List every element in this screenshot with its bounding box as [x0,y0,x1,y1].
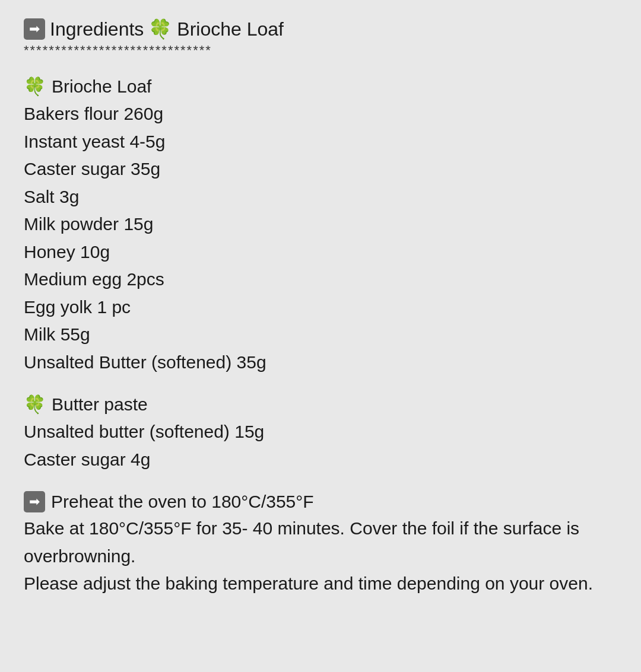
list-item: Instant yeast 4-5g [24,128,617,156]
header-subtitle: Brioche Loaf [177,18,284,40]
list-item: Medium egg 2pcs [24,266,617,294]
butter-section: 🍀 Butter paste Unsalted butter (softened… [24,394,617,473]
preheat-text: Preheat the oven to 180°C/355°F [51,492,314,512]
page-header: Ingredients 🍀 Brioche Loaf [24,18,617,40]
list-item: Caster sugar 4g [24,446,617,474]
list-item: Egg yolk 1 pc [24,294,617,321]
bake-text: Bake at 180°C/355°F for 35- 40 minutes. … [24,515,617,570]
header-emoji: 🍀 [148,18,172,40]
butter-section-title: 🍀 Butter paste [24,394,617,415]
list-item: Honey 10g [24,238,617,266]
list-item: Caster sugar 35g [24,155,617,183]
butter-title-text: Butter paste [52,394,148,415]
brioche-section: 🍀 Brioche Loaf Bakers flour 260g Instant… [24,76,617,376]
list-item: Milk 55g [24,321,617,349]
clover-icon-butter: 🍀 [24,394,46,415]
adjust-text: Please adjust the baking temperature and… [24,570,617,598]
notes-section: Preheat the oven to 180°C/355°F Bake at … [24,491,617,598]
list-item: Salt 3g [24,183,617,211]
list-item: Unsalted butter (softened) 15g [24,418,617,446]
list-item: Milk powder 15g [24,211,617,238]
clover-icon-brioche: 🍀 [24,76,46,97]
arrow-icon [24,18,45,40]
separator-line: ****************************** [24,43,617,58]
header-title: Ingredients [50,18,144,40]
brioche-ingredients: Bakers flour 260g Instant yeast 4-5g Cas… [24,100,617,376]
brioche-section-title: 🍀 Brioche Loaf [24,76,617,97]
preheat-header: Preheat the oven to 180°C/355°F [24,491,617,512]
arrow-icon-note [24,491,45,512]
list-item: Bakers flour 260g [24,100,617,128]
brioche-title-text: Brioche Loaf [52,77,151,97]
butter-ingredients: Unsalted butter (softened) 15g Caster su… [24,418,617,473]
list-item: Unsalted Butter (softened) 35g [24,349,617,377]
